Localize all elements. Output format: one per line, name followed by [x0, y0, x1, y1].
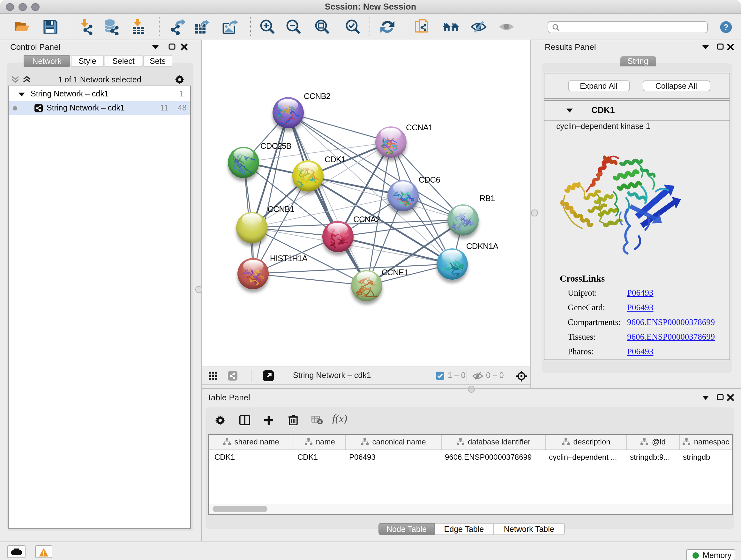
svg-text:?: ?: [724, 22, 729, 32]
